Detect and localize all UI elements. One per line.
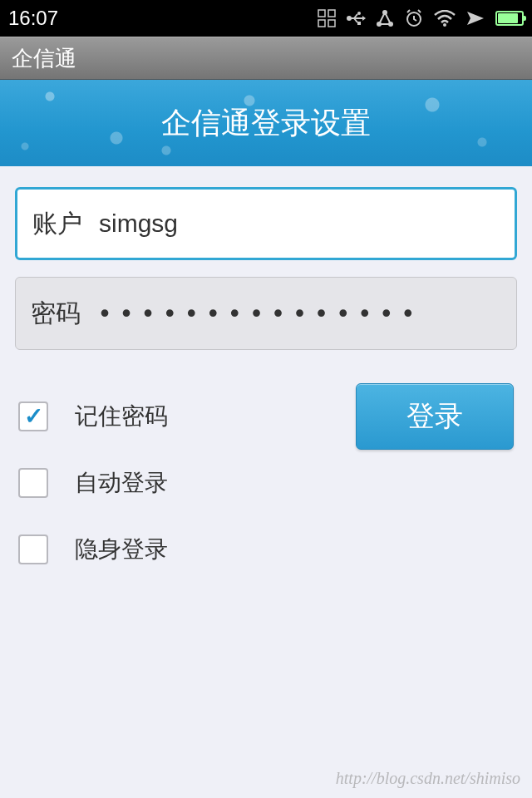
remember-password-label: 记住密码 [75, 401, 168, 432]
banner-title: 企信通登录设置 [161, 103, 371, 144]
wifi-icon [434, 10, 456, 27]
auto-login-label: 自动登录 [75, 467, 168, 499]
svg-rect-6 [357, 22, 361, 25]
login-button[interactable]: 登录 [356, 383, 514, 450]
title-bar: 企信通 [0, 37, 532, 80]
svg-rect-1 [328, 10, 335, 17]
airplane-icon [466, 8, 485, 28]
alarm-icon [404, 8, 424, 28]
battery-icon [495, 11, 524, 26]
password-field[interactable]: 密码 [15, 277, 517, 350]
invisible-login-label: 隐身登录 [75, 534, 168, 565]
password-label: 密码 [31, 297, 81, 331]
checkbox-column: 记住密码 自动登录 隐身登录 [18, 383, 356, 583]
grid-icon [318, 9, 336, 27]
watermark: http://blog.csdn.net/shimiso [336, 769, 520, 788]
status-time: 16:07 [8, 7, 58, 30]
svg-rect-3 [328, 20, 335, 27]
account-field[interactable]: 账户 [15, 187, 517, 260]
account-input[interactable] [99, 209, 500, 238]
login-button-label: 登录 [406, 397, 463, 436]
status-icons [318, 8, 524, 28]
svg-point-5 [357, 12, 361, 15]
svg-rect-0 [318, 10, 325, 17]
remember-password-checkbox[interactable] [18, 401, 48, 431]
login-form: 账户 密码 记住密码 自动登录 隐身登录 登录 [0, 166, 532, 583]
options-row: 记住密码 自动登录 隐身登录 登录 [15, 383, 517, 583]
password-input[interactable] [97, 299, 501, 328]
remember-password-item[interactable]: 记住密码 [18, 383, 356, 450]
share-icon [376, 9, 394, 27]
auto-login-checkbox[interactable] [18, 468, 48, 498]
banner: 企信通登录设置 [0, 80, 532, 166]
account-label: 账户 [32, 207, 82, 241]
svg-rect-2 [318, 20, 325, 27]
invisible-login-checkbox[interactable] [18, 534, 48, 564]
auto-login-item[interactable]: 自动登录 [18, 450, 356, 516]
app-name: 企信通 [12, 44, 76, 73]
usb-icon [346, 9, 366, 27]
svg-point-11 [443, 23, 446, 27]
invisible-login-item[interactable]: 隐身登录 [18, 516, 356, 583]
status-bar: 16:07 [0, 0, 532, 37]
